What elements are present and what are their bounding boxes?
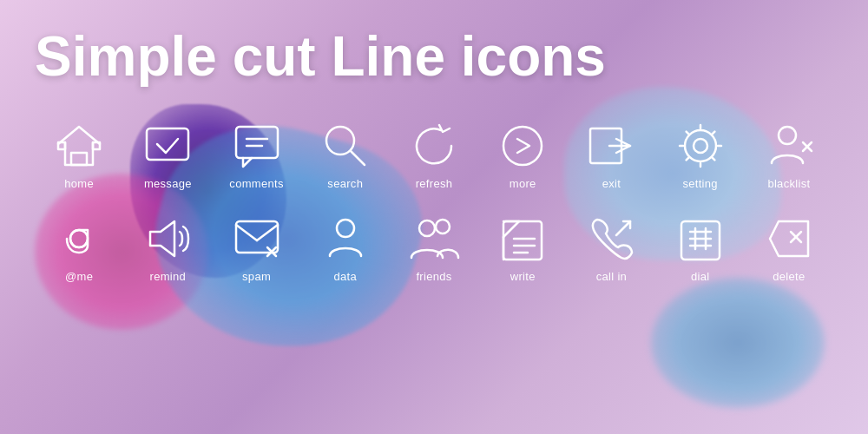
data-icon bbox=[319, 213, 372, 265]
delete-label: delete bbox=[773, 270, 805, 283]
friends-label: friends bbox=[416, 270, 451, 283]
svg-rect-27 bbox=[503, 221, 542, 260]
icon-item-dial: dial bbox=[656, 206, 745, 290]
icon-item-at-me: @me bbox=[35, 206, 123, 290]
svg-line-21 bbox=[257, 225, 278, 240]
icon-item-more: more bbox=[478, 113, 567, 197]
svg-point-9 bbox=[503, 127, 542, 165]
more-label: more bbox=[510, 177, 536, 190]
comments-icon bbox=[231, 120, 283, 172]
svg-line-34 bbox=[616, 221, 630, 235]
icon-item-message: message bbox=[123, 113, 212, 197]
icon-item-call-in: call in bbox=[567, 206, 655, 290]
icon-item-refresh: refresh bbox=[390, 113, 478, 197]
icon-item-remind: remind bbox=[123, 206, 212, 290]
comments-label: comments bbox=[229, 177, 283, 190]
setting-icon bbox=[674, 120, 727, 172]
svg-rect-35 bbox=[681, 221, 720, 260]
search-icon bbox=[319, 120, 372, 172]
svg-rect-4 bbox=[236, 127, 278, 158]
svg-rect-1 bbox=[58, 142, 65, 149]
icon-item-data: data bbox=[301, 206, 390, 290]
svg-rect-0 bbox=[71, 153, 87, 165]
home-icon bbox=[53, 120, 105, 172]
svg-rect-2 bbox=[93, 142, 100, 149]
svg-rect-19 bbox=[236, 221, 278, 253]
main-content: Simple cut Line icons home bbox=[0, 0, 868, 307]
icon-item-home: home bbox=[35, 113, 123, 197]
svg-point-12 bbox=[694, 139, 707, 153]
icon-item-write: write bbox=[478, 206, 567, 290]
more-icon bbox=[496, 120, 549, 172]
at-me-label: @me bbox=[65, 270, 93, 283]
icon-item-blacklist: blacklist bbox=[745, 113, 833, 197]
home-label: home bbox=[64, 177, 94, 190]
icon-item-exit: exit bbox=[567, 113, 655, 197]
refresh-icon bbox=[408, 120, 460, 172]
svg-rect-3 bbox=[147, 128, 188, 160]
setting-label: setting bbox=[682, 177, 717, 190]
remind-icon bbox=[141, 213, 194, 265]
message-label: message bbox=[144, 177, 192, 190]
exit-icon bbox=[585, 120, 637, 172]
icon-item-search: search bbox=[301, 113, 390, 197]
svg-marker-18 bbox=[150, 221, 174, 256]
svg-point-14 bbox=[779, 127, 796, 144]
write-label: write bbox=[510, 270, 536, 283]
svg-point-13 bbox=[685, 130, 716, 161]
at-me-icon bbox=[53, 213, 105, 265]
dial-icon bbox=[674, 213, 727, 265]
call-in-label: call in bbox=[596, 270, 627, 283]
spam-label: spam bbox=[242, 270, 271, 283]
search-label: search bbox=[327, 177, 363, 190]
icon-item-setting: setting bbox=[656, 113, 745, 197]
exit-label: exit bbox=[602, 177, 621, 190]
call-in-icon bbox=[585, 213, 637, 265]
icon-item-friends: friends bbox=[390, 206, 478, 290]
remind-label: remind bbox=[150, 270, 187, 283]
dial-label: dial bbox=[691, 270, 709, 283]
refresh-label: refresh bbox=[416, 177, 453, 190]
page-title: Simple cut Line icons bbox=[35, 26, 833, 87]
blacklist-icon bbox=[763, 120, 815, 172]
data-label: data bbox=[334, 270, 358, 283]
delete-icon bbox=[763, 213, 815, 265]
svg-point-24 bbox=[337, 220, 354, 237]
icon-item-comments: comments bbox=[212, 113, 300, 197]
icon-grid: home message comments bbox=[35, 113, 833, 290]
write-icon bbox=[496, 213, 549, 265]
svg-line-20 bbox=[236, 225, 257, 240]
message-icon bbox=[141, 120, 194, 172]
spam-icon bbox=[231, 213, 283, 265]
icon-item-delete: delete bbox=[745, 206, 833, 290]
blacklist-label: blacklist bbox=[767, 177, 810, 190]
icon-item-spam: spam bbox=[212, 206, 300, 290]
svg-point-26 bbox=[436, 220, 450, 233]
svg-line-29 bbox=[503, 221, 519, 237]
friends-icon bbox=[408, 213, 460, 265]
svg-line-8 bbox=[351, 151, 365, 165]
svg-point-25 bbox=[419, 220, 435, 236]
